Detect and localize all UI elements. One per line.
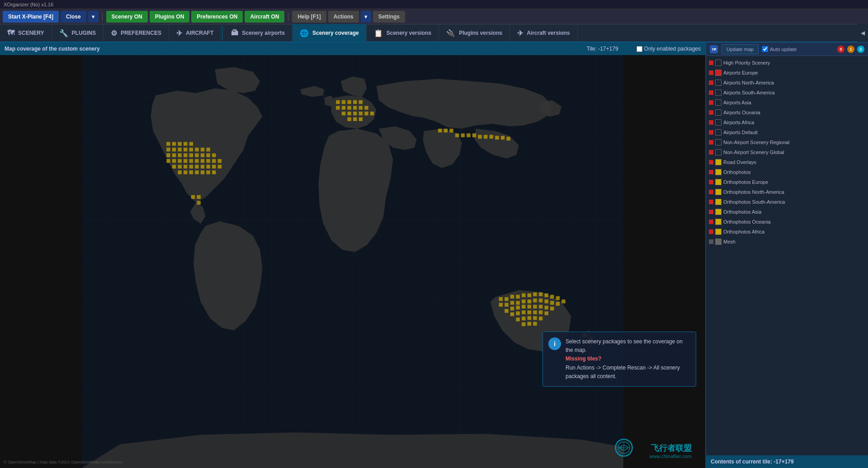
help-button[interactable]: Help [F1]: [292, 11, 326, 23]
legend-item-high-priority[interactable]: High Priority Scenery: [706, 58, 868, 68]
legend-item-airports-europe[interactable]: Airports Europe: [706, 68, 868, 78]
tab-aircraft-versions[interactable]: ✈ Aircraft versions: [510, 24, 577, 42]
tab-scenery-versions[interactable]: 📋 Scenery versions: [367, 24, 439, 42]
svg-rect-148: [528, 310, 531, 314]
nav-expand-button[interactable]: ◀: [857, 24, 868, 42]
legend-toggle-airports-europe[interactable]: [709, 70, 713, 75]
auto-update-check[interactable]: Auto update: [762, 46, 797, 52]
status-dots: 0 1 2: [837, 46, 864, 53]
map-header: Map coverage of the custom scenery Tile:…: [0, 42, 705, 55]
legend-toggle-orthophotos[interactable]: [709, 170, 713, 174]
legend-toggle-orthophotos-north-america[interactable]: [709, 190, 713, 194]
plugins-toggle-button[interactable]: Plugins ON: [150, 11, 190, 23]
legend-item-orthophotos-asia[interactable]: Orthophotos Asia: [706, 207, 868, 217]
legend-toggle-airports-north-america[interactable]: [709, 80, 713, 85]
legend-item-airports-africa[interactable]: Airports Africa: [706, 117, 868, 127]
legend-toggle-non-airport-global[interactable]: [709, 150, 713, 154]
update-bar: 🗺 Update map Auto update 0 1 2: [706, 42, 868, 56]
update-map-button[interactable]: Update map: [722, 44, 759, 54]
legend-item-orthophotos-south-america[interactable]: Orthophotos South-America: [706, 197, 868, 207]
info-icon: i: [548, 337, 561, 350]
legend-toggle-orthophotos-africa[interactable]: [709, 229, 713, 234]
svg-rect-45: [212, 153, 216, 157]
world-map[interactable]: [0, 55, 705, 468]
tab-plugins-versions[interactable]: 🔌 Plugins versions: [439, 24, 510, 42]
legend-toggle-high-priority[interactable]: [709, 61, 713, 65]
actions-dropdown-button[interactable]: ▼: [361, 11, 371, 23]
map-title: Map coverage of the custom scenery: [5, 46, 100, 52]
legend-item-airports-south-america[interactable]: Airports South-America: [706, 88, 868, 98]
svg-rect-63: [212, 165, 216, 168]
info-action-text: Run Actions -> Complete Rescan -> All sc…: [566, 364, 690, 381]
legend-toggle-airports-asia[interactable]: [709, 100, 713, 105]
legend-toggle-road-overlays[interactable]: [709, 160, 713, 164]
svg-rect-158: [528, 322, 531, 325]
legend-toggle-non-airport-regional[interactable]: [709, 140, 713, 145]
legend-item-airports-asia[interactable]: Airports Asia: [706, 98, 868, 108]
aircraft-toggle-button[interactable]: Aircraft ON: [245, 11, 284, 23]
map-area[interactable]: Map coverage of the custom scenery Tile:…: [0, 42, 705, 468]
close-dropdown-button[interactable]: ▼: [88, 11, 99, 23]
legend-toggle-airports-south-america[interactable]: [709, 90, 713, 95]
svg-rect-47: [172, 159, 176, 163]
scenery-toggle-button[interactable]: Scenery ON: [106, 11, 148, 23]
only-enabled-checkbox[interactable]: [637, 46, 642, 52]
legend-item-airports-north-america[interactable]: Airports North-America: [706, 78, 868, 88]
svg-rect-147: [522, 310, 525, 314]
svg-rect-151: [544, 311, 548, 315]
legend-item-mesh[interactable]: Mesh: [706, 237, 868, 247]
legend-toggle-orthophotos-asia[interactable]: [709, 210, 713, 214]
tab-aircraft[interactable]: ✈ AIRCRAFT: [169, 24, 221, 42]
start-xplane-button[interactable]: Start X-Plane [F4]: [3, 11, 59, 23]
info-box: i Select scenery packages to see the cov…: [542, 332, 696, 387]
legend-item-non-airport-global[interactable]: Non-Airport Scenery Global: [706, 147, 868, 157]
svg-rect-59: [189, 165, 193, 168]
legend-item-non-airport-regional[interactable]: Non-Airport Scenery Regional: [706, 137, 868, 147]
svg-rect-144: [550, 307, 554, 310]
tab-preferences[interactable]: ⚙ PREFERENCES: [104, 24, 169, 42]
tab-scenery-coverage[interactable]: 🌐 Scenery coverage: [292, 24, 367, 42]
legend-item-airports-default[interactable]: Airports Default: [706, 127, 868, 137]
legend-toggle-orthophotos-oceania[interactable]: [709, 220, 713, 224]
watermark-url: www.chinaflier.com: [649, 454, 692, 459]
svg-rect-84: [359, 100, 363, 104]
legend-toggle-orthophotos-europe[interactable]: [709, 180, 713, 184]
tab-scenery[interactable]: 🗺 SCENERY: [0, 24, 52, 42]
legend-item-orthophotos[interactable]: Orthophotos: [706, 167, 868, 177]
tab-scenery-airports[interactable]: 🏔 Scenery airports: [224, 24, 292, 42]
watermark-logo: [615, 439, 633, 457]
svg-rect-97: [347, 117, 351, 121]
info-main-text: Select scenery packages to see the cover…: [566, 337, 690, 355]
watermark: 飞行者联盟 www.chinaflier.com: [649, 443, 692, 459]
svg-rect-94: [359, 112, 363, 115]
plugins-versions-icon: 🔌: [446, 29, 455, 37]
legend-color-orthophotos-oceania: [715, 219, 722, 225]
dot-red-count: 0: [840, 47, 842, 51]
svg-rect-85: [336, 106, 340, 109]
legend-item-orthophotos-north-america[interactable]: Orthophotos North-America: [706, 187, 868, 197]
preferences-toggle-button[interactable]: Preferences ON: [191, 11, 243, 23]
settings-button[interactable]: Settings: [373, 11, 405, 23]
legend-toggle-airports-default[interactable]: [709, 130, 713, 135]
auto-update-checkbox[interactable]: [762, 46, 768, 52]
map-canvas[interactable]: i Select scenery packages to see the cov…: [0, 55, 705, 468]
svg-rect-60: [195, 165, 198, 168]
legend-toggle-airports-oceania[interactable]: [709, 110, 713, 115]
svg-rect-83: [353, 100, 357, 104]
legend-toggle-airports-africa[interactable]: [709, 120, 713, 125]
legend-item-airports-oceania[interactable]: Airports Oceania: [706, 108, 868, 117]
close-button[interactable]: Close: [61, 11, 86, 23]
actions-button[interactable]: Actions: [328, 11, 359, 23]
legend-color-airports-default: [715, 129, 722, 136]
legend-item-orthophotos-oceania[interactable]: Orthophotos Oceania: [706, 217, 868, 227]
svg-rect-33: [189, 148, 193, 151]
legend-label-airports-default: Airports Default: [723, 130, 758, 135]
legend-toggle-mesh[interactable]: [709, 239, 713, 244]
svg-rect-133: [544, 300, 548, 303]
legend-item-orthophotos-africa[interactable]: Orthophotos Africa: [706, 227, 868, 237]
legend-item-road-overlays[interactable]: Road Overlays: [706, 157, 868, 167]
tab-plugins[interactable]: 🔧 PLUGINS: [52, 24, 104, 42]
legend-item-orthophotos-europe[interactable]: Orthophotos Europe: [706, 177, 868, 187]
legend-toggle-orthophotos-south-america[interactable]: [709, 200, 713, 204]
only-enabled-check[interactable]: Only enabled packages: [637, 46, 701, 52]
